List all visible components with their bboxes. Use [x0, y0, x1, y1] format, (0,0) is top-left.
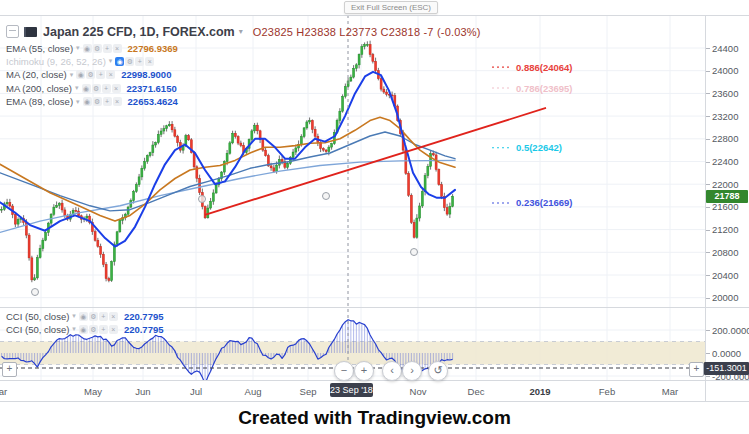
chevron-down-icon[interactable]: ▾ [76, 44, 80, 52]
event-marker [411, 249, 418, 256]
plus-icon[interactable]: + [102, 84, 111, 93]
gear-icon[interactable]: ⚙ [92, 84, 101, 93]
price-axis-label: 22800 [712, 133, 738, 144]
plus-icon[interactable]: + [103, 97, 112, 106]
close-icon[interactable]: × [109, 325, 118, 334]
chevron-down-icon[interactable]: ▾ [75, 84, 79, 92]
chevron-down-icon[interactable]: ▾ [72, 325, 76, 333]
event-marker [32, 289, 39, 296]
gear-icon[interactable]: ⚙ [86, 70, 95, 79]
eye-icon[interactable]: ◉ [83, 97, 92, 106]
price-axis-tick [706, 116, 710, 117]
indicator-row[interactable]: MA (200, close)▾◉⚙+×22371.6150 [6, 82, 177, 94]
fib-level-label: 0.786(23695) [516, 83, 573, 94]
indicator-label: EMA (89, close) [6, 96, 73, 107]
plus-icon[interactable]: + [135, 57, 144, 66]
symbol-header[interactable]: Japan 225 CFD, 1D, FOREX.com ▾ O23825 H2… [6, 24, 481, 39]
close-icon[interactable]: × [109, 312, 118, 321]
indicator-label: Ichimoku (9, 26, 52, 26) [6, 56, 106, 67]
zoom-in-button[interactable]: + [354, 361, 374, 381]
price-axis-label: 22400 [712, 156, 738, 167]
gear-icon[interactable]: ⚙ [93, 97, 102, 106]
crosshair-date-badge: 23 Sep '18 [330, 383, 373, 397]
close-icon[interactable]: × [112, 84, 121, 93]
symbol-title[interactable]: Japan 225 CFD, 1D, FOREX.com [43, 25, 235, 39]
gear-icon[interactable]: ⚙ [125, 57, 134, 66]
chevron-down-icon[interactable]: ▾ [109, 57, 113, 65]
zoom-out-button[interactable]: − [334, 361, 354, 381]
watermark-text: Created with Tradingview.com [0, 407, 749, 429]
indicator-label: MA (200, close) [6, 83, 72, 94]
chevron-down-icon[interactable]: ▾ [70, 71, 74, 79]
price-axis-label: 20000 [712, 292, 738, 303]
cci-axis-label: 0.0000 [712, 348, 741, 359]
event-marker [199, 196, 206, 203]
cci-indicator-row[interactable]: CCI (50, close)▾◉⚙+×220.7795 [6, 310, 164, 322]
indicator-value: 220.7795 [124, 311, 164, 322]
plus-icon[interactable]: + [99, 325, 108, 334]
crosshair-left-plus-icon[interactable]: + [2, 362, 17, 377]
eye-icon[interactable]: ◉ [79, 325, 88, 334]
instrument-flag-icon [24, 27, 37, 37]
time-axis-label: 2019 [529, 386, 550, 397]
time-axis-bottom-border [0, 401, 749, 402]
exit-fullscreen-tooltip: Exit Full Screen (ESC) [344, 1, 438, 14]
pane-separator[interactable] [0, 307, 749, 308]
eye-icon[interactable]: ◉ [83, 44, 92, 53]
price-axis-tick [706, 252, 710, 253]
cci-axis-label: 200.0000 [712, 325, 749, 336]
chevron-down-icon[interactable]: ▾ [76, 98, 80, 106]
indicator-row[interactable]: EMA (89, close)▾◉⚙+×22653.4624 [6, 96, 178, 108]
price-axis-tick [706, 275, 710, 276]
indicator-value: 22371.6150 [127, 83, 177, 94]
price-axis-tick [706, 298, 710, 299]
time-axis-label: Dec [468, 386, 485, 397]
indicator-label: EMA (55, close) [6, 43, 73, 54]
close-icon[interactable]: × [113, 44, 122, 53]
cci-indicator-row[interactable]: CCI (50, close)▾◉⚙+×220.7795 [6, 323, 164, 335]
plus-icon[interactable]: + [99, 312, 108, 321]
indicator-value: 22998.9000 [121, 69, 171, 80]
indicator-value: 22796.9369 [128, 43, 178, 54]
cci-crosshair-badge: -151.3001 [704, 362, 749, 375]
price-axis-tick [706, 230, 710, 231]
eye-icon[interactable]: ◉ [82, 84, 91, 93]
gear-icon[interactable]: ⚙ [89, 312, 98, 321]
indicator-row[interactable]: MA (20, close)▾◉⚙+×22998.9000 [6, 69, 171, 81]
close-icon[interactable]: × [113, 97, 122, 106]
scroll-right-button[interactable]: › [402, 361, 422, 381]
indicator-row[interactable]: Ichimoku (9, 26, 52, 26)▾◉⚙+× [6, 55, 155, 67]
layout-icon[interactable] [6, 25, 19, 38]
price-axis-border [705, 15, 706, 401]
price-axis-label: 20800 [712, 247, 738, 258]
time-axis-label: Jul [190, 386, 202, 397]
chevron-down-icon[interactable]: ▾ [239, 27, 243, 36]
price-axis-tick [706, 93, 710, 94]
plus-icon[interactable]: + [103, 44, 112, 53]
close-icon[interactable]: × [106, 70, 115, 79]
plus-icon[interactable]: + [96, 70, 105, 79]
ema89-line [0, 132, 455, 211]
last-price-badge: 21788 [706, 190, 748, 203]
chevron-down-icon[interactable]: ▾ [72, 312, 76, 320]
close-icon[interactable]: × [145, 57, 154, 66]
eye-icon[interactable]: ◉ [115, 57, 124, 66]
reset-chart-button[interactable]: ↺ [428, 361, 448, 381]
fib-level-label: 0.5(22642) [516, 142, 562, 153]
price-axis-label: 20400 [712, 270, 738, 281]
time-axis-label: Mar [662, 386, 678, 397]
time-axis-label: Jun [135, 386, 150, 397]
eye-icon[interactable]: ◉ [76, 70, 85, 79]
scroll-left-button[interactable]: ‹ [382, 361, 402, 381]
eye-icon[interactable]: ◉ [79, 312, 88, 321]
tradingview-chart-window: Exit Full Screen (ESC) Japan 225 CFD, 1D… [0, 0, 749, 434]
crosshair-right-plus-icon[interactable]: + [689, 362, 704, 377]
cci-axis-tick [706, 353, 710, 354]
indicator-row[interactable]: EMA (55, close)▾◉⚙+×22796.9369 [6, 42, 178, 54]
gear-icon[interactable]: ⚙ [93, 44, 102, 53]
time-axis-label: May [84, 386, 102, 397]
event-marker [323, 193, 330, 200]
price-axis-label: 22000 [712, 179, 738, 190]
gear-icon[interactable]: ⚙ [89, 325, 98, 334]
indicator-label: CCI (50, close) [6, 324, 69, 335]
